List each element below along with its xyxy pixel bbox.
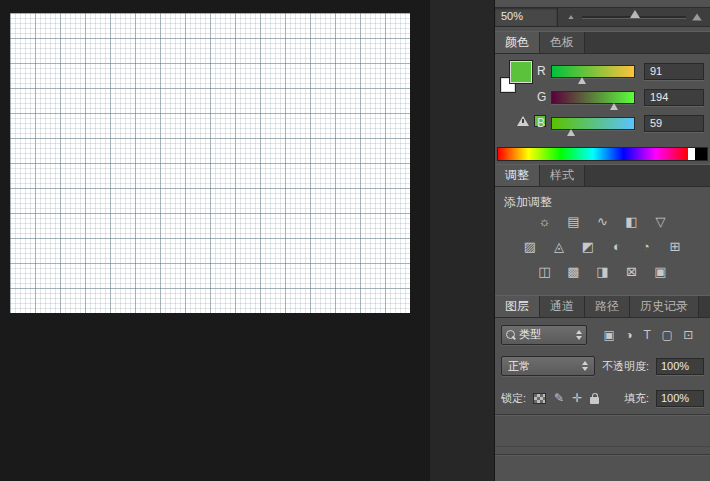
adjustment-grid: ☼▤∿◧▽▨◬◩◐◔⊞◫▩◨⊠▣ [495,213,710,288]
lock-position-icon[interactable]: ✛ [572,391,582,405]
threshold-icon[interactable]: ◨ [592,263,613,279]
canvas-area[interactable] [0,0,430,481]
blue-channel-label: B [537,116,551,130]
green-slider-thumb[interactable] [610,103,618,110]
dropdown-arrows-icon [582,361,588,371]
layers-panel-tabbar: 图层 通道 路径 历史记录 [495,295,710,318]
color-swatches [501,60,539,106]
color-panel: R 91 G 194 B [495,54,710,164]
tab-paths[interactable]: 路径 [585,296,630,317]
blend-mode-label: 正常 [508,359,580,374]
adjustments-panel: 添加调整 ☼▤∿◧▽▨◬◩◐◔⊞◫▩◨⊠▣ [495,187,710,295]
layer-filter-icons: ▣◑T▢⊡ [593,328,704,342]
navigator-zoom-strip: 50% [495,7,710,27]
search-icon [506,330,515,339]
filter-type-layer-icon[interactable]: T [643,328,650,342]
zoom-out-icon[interactable] [568,15,573,19]
zoom-slider-thumb[interactable] [630,10,640,18]
lock-image-pixels-icon[interactable]: ✎ [554,391,564,405]
rgb-sliders: R 91 G 194 B [537,58,704,136]
photo-filter-icon[interactable]: ◐ [607,238,628,254]
foreground-color-swatch[interactable] [510,61,532,83]
tab-styles[interactable]: 样式 [540,165,585,186]
layer-filter-type-dropdown[interactable]: 类型 [501,325,587,345]
filter-smart-object-icon[interactable]: ⊡ [683,328,693,342]
panel-column: 50% 颜色 色板 [494,0,710,481]
channel-mixer-icon[interactable]: ◔ [636,238,657,254]
red-channel-label: R [537,64,551,78]
layers-panel: 类型 ▣◑T▢⊡ 正常 不透明度: 100% 锁定: ✎✛ 填充: 100% [495,318,710,481]
tab-channels[interactable]: 通道 [540,296,585,317]
layers-list[interactable] [495,415,710,454]
gamut-warning-icon[interactable] [517,116,529,126]
lock-label: 锁定: [501,391,526,406]
black-white-icon[interactable]: ◩ [578,238,599,254]
adjustments-panel-tabbar: 调整 样式 [495,164,710,187]
green-channel-row: G 194 [537,84,704,110]
red-channel-row: R 91 [537,58,704,84]
filter-shape-layer-icon[interactable]: ▢ [661,328,672,342]
hue-saturation-icon[interactable]: ▨ [520,238,541,254]
fill-label: 填充: [624,391,649,406]
opacity-label: 不透明度: [602,359,649,374]
levels-icon[interactable]: ▤ [563,213,584,229]
spectrum-gradient[interactable] [498,148,688,160]
blue-channel-slider[interactable] [551,117,635,130]
lock-row: 锁定: ✎✛ 填充: 100% [495,382,710,414]
lock-all-icon[interactable] [590,397,599,404]
zoom-in-icon[interactable] [692,13,702,20]
tab-color[interactable]: 颜色 [495,32,540,53]
vibrance-icon[interactable]: ▽ [650,213,671,229]
photoshop-window: 50% 颜色 色板 [0,0,710,481]
red-channel-value[interactable]: 91 [644,63,704,80]
lock-icons: ✎✛ [533,391,599,405]
tabbar-spacer [699,296,710,317]
spectrum-white-swatch[interactable] [688,148,695,160]
posterize-icon[interactable]: ▩ [563,263,584,279]
workspace-gutter [430,0,494,481]
blue-slider-thumb[interactable] [567,129,575,136]
color-spectrum-ramp[interactable] [497,147,708,161]
gradient-map-icon[interactable]: ⊠ [621,263,642,279]
selective-color-icon[interactable]: ▣ [650,263,671,279]
green-channel-label: G [537,90,551,104]
filter-pixel-layer-icon[interactable]: ▣ [604,328,615,342]
spectrum-black-swatch[interactable] [695,148,707,160]
layer-filter-row: 类型 ▣◑T▢⊡ [495,318,710,350]
green-channel-slider[interactable] [551,91,635,104]
zoom-slider[interactable] [558,14,710,20]
document-canvas[interactable] [10,13,410,313]
color-lookup-icon[interactable]: ⊞ [665,238,686,254]
opacity-field[interactable]: 100% [656,358,704,375]
tabbar-spacer [585,165,710,186]
blend-mode-row: 正常 不透明度: 100% [495,350,710,382]
brightness-contrast-icon[interactable]: ☼ [534,213,555,229]
layers-panel-footer [495,454,710,481]
red-channel-slider[interactable] [551,65,635,78]
blue-channel-row: B 59 [537,110,704,136]
fill-field[interactable]: 100% [656,390,704,407]
tab-swatches[interactable]: 色板 [540,32,585,53]
green-channel-value[interactable]: 194 [644,89,704,106]
layers-list-row [495,415,710,447]
color-balance-icon[interactable]: ◬ [549,238,570,254]
lock-transparent-pixels-icon[interactable] [533,393,546,404]
add-adjustment-label: 添加调整 [504,194,552,211]
invert-icon[interactable]: ◫ [534,263,555,279]
dropdown-arrows-icon [576,330,582,340]
filter-adjustment-layer-icon[interactable]: ◑ [626,328,633,342]
tabbar-spacer [585,32,710,53]
curves-icon[interactable]: ∿ [592,213,613,229]
color-panel-tabbar: 颜色 色板 [495,31,710,54]
zoom-level-field[interactable]: 50% [495,8,558,26]
tab-history[interactable]: 历史记录 [630,296,699,317]
red-slider-thumb[interactable] [578,77,586,84]
filter-type-label: 类型 [519,327,570,342]
blue-channel-value[interactable]: 59 [644,115,704,132]
tab-layers[interactable]: 图层 [495,296,540,317]
zoom-slider-track[interactable] [582,16,686,19]
tab-adjustments[interactable]: 调整 [495,165,540,186]
blend-mode-dropdown[interactable]: 正常 [501,356,595,376]
exposure-icon[interactable]: ◧ [621,213,642,229]
